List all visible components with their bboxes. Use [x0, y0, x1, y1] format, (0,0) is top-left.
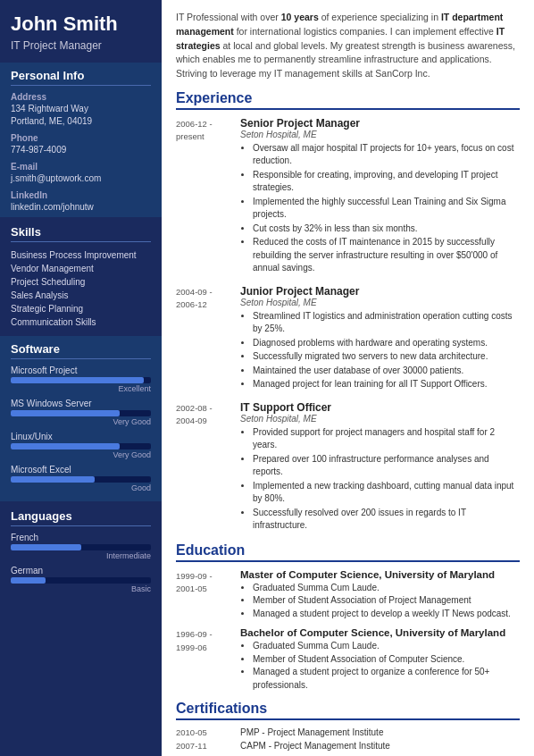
education-list: 1999-09 -2001-05Master of Computer Scien… — [176, 569, 520, 693]
software-bar-bg — [11, 377, 151, 383]
skill-item: Communication Skills — [11, 315, 151, 329]
exp-employer: Seton Hospital, ME — [240, 130, 520, 139]
software-bar-fill — [11, 410, 120, 416]
software-bar-fill — [11, 377, 144, 383]
cert-date: 2010-05 — [176, 727, 240, 737]
exp-bullet: Successfully migrated two servers to new… — [253, 350, 520, 364]
software-rating: Very Good — [11, 450, 151, 459]
exp-bullet: Managed project for lean training for al… — [253, 378, 520, 391]
experience-list: 2006-12 -presentSenior Project ManagerSe… — [176, 117, 520, 533]
exp-bullet: Cut costs by 32% in less than six months… — [253, 223, 520, 236]
edu-bullet: Managed a student project to organize a … — [253, 666, 520, 692]
personal-info-section: Personal Info Address 134 Rightward WayP… — [0, 63, 162, 217]
software-name: Linux/Unix — [11, 432, 151, 441]
software-rating: Excellent — [11, 384, 151, 393]
software-item: Microsoft ExcelGood — [11, 465, 151, 492]
software-rating: Good — [11, 483, 151, 492]
software-bar-bg — [11, 410, 151, 416]
exp-content: IT Support OfficerSeton Hospital, MEProv… — [240, 401, 520, 533]
candidate-title: IT Project Manager — [11, 39, 151, 52]
edu-bullets: Graduated Summa Cum Laude.Member of Stud… — [240, 582, 520, 621]
exp-bullet: Provided support for project managers an… — [253, 426, 520, 452]
software-item: Linux/UnixVery Good — [11, 432, 151, 459]
sidebar: John Smith IT Project Manager Personal I… — [0, 0, 162, 756]
address-label: Address — [11, 92, 151, 102]
skill-item: Business Process Improvement — [11, 248, 151, 262]
edu-bullet: Member of Student Association of Project… — [253, 594, 520, 608]
software-title: Software — [11, 342, 151, 359]
language-item: GermanBasic — [11, 566, 151, 593]
exp-bullet: Streamlined IT logistics and administrat… — [253, 310, 520, 336]
software-name: Microsoft Project — [11, 365, 151, 375]
edu-content: Master of Computer Science, University o… — [240, 569, 520, 621]
language-bar-fill — [11, 544, 81, 550]
edu-bullet: Member of Student Association of Compute… — [253, 653, 520, 667]
exp-bullet: Diagnosed problems with hardware and ope… — [253, 337, 520, 350]
language-rating: Intermediate — [11, 551, 151, 560]
language-name: French — [11, 533, 151, 542]
software-bar-fill — [11, 476, 95, 483]
phone-label: Phone — [11, 133, 151, 143]
languages-list: FrenchIntermediateGermanBasic — [11, 533, 151, 593]
exp-bullets: Provided support for project managers an… — [240, 426, 520, 533]
edu-date: 1996-09 -1999-06 — [176, 627, 240, 692]
exp-job-title: IT Support Officer — [240, 401, 520, 414]
skills-title: Skills — [11, 225, 151, 242]
edu-degree: Bachelor of Computer Science, University… — [240, 627, 520, 638]
exp-bullets: Oversaw all major hospital IT projects f… — [240, 142, 520, 275]
cert-text: PMP - Project Management Institute — [240, 727, 520, 737]
language-rating: Basic — [11, 584, 151, 593]
cert-date: 2007-11 — [176, 741, 240, 751]
language-item: FrenchIntermediate — [11, 533, 151, 560]
candidate-name: John Smith — [11, 13, 151, 36]
skill-item: Strategic Planning — [11, 302, 151, 315]
linkedin-label: LinkedIn — [11, 190, 151, 200]
language-name: German — [11, 566, 151, 575]
edu-bullets: Graduated Summa Cum Laude.Member of Stud… — [240, 640, 520, 692]
language-bar-bg — [11, 577, 151, 584]
skills-section: Skills Business Process ImprovementVendo… — [0, 219, 162, 334]
summary: IT Professional with over 10 years of ex… — [176, 11, 520, 81]
languages-section: Languages FrenchIntermediateGermanBasic — [0, 503, 162, 602]
software-name: Microsoft Excel — [11, 465, 151, 475]
edu-bullet: Graduated Summa Cum Laude. — [253, 582, 520, 595]
linkedin-value: linkedin.com/johnutw — [11, 201, 151, 214]
exp-job-title: Junior Project Manager — [240, 285, 520, 298]
address-value: 134 Rightward WayPortland, ME, 04019 — [11, 103, 151, 128]
software-item: Microsoft ProjectExcellent — [11, 365, 151, 393]
exp-employer: Seton Hospital, ME — [240, 414, 520, 424]
experience-item: 2002-08 -2004-09IT Support OfficerSeton … — [176, 401, 520, 533]
skill-item: Project Scheduling — [11, 275, 151, 289]
exp-bullet: Implemented the highly successful Lean T… — [253, 196, 520, 222]
language-bar-bg — [11, 544, 151, 550]
experience-heading: Experience — [176, 90, 520, 110]
exp-date: 2004-09 -2006-12 — [176, 285, 240, 392]
edu-bullet: Managed a student project to develop a w… — [253, 608, 520, 621]
software-bar-bg — [11, 443, 151, 449]
software-item: MS Windows ServerVery Good — [11, 399, 151, 426]
exp-bullet: Oversaw all major hospital IT projects f… — [253, 142, 520, 168]
certifications-heading: Certifications — [176, 701, 520, 720]
language-bar-fill — [11, 577, 46, 584]
education-item: 1996-09 -1999-06Bachelor of Computer Sci… — [176, 627, 520, 692]
certification-item: 2007-11CAPM - Project Management Institu… — [176, 741, 520, 751]
exp-bullet: Implemented a new tracking dashboard, cu… — [253, 480, 520, 506]
education-item: 1999-09 -2001-05Master of Computer Scien… — [176, 569, 520, 621]
edu-bullet: Graduated Summa Cum Laude. — [253, 640, 520, 653]
edu-date: 1999-09 -2001-05 — [176, 569, 240, 621]
software-name: MS Windows Server — [11, 399, 151, 408]
exp-bullet: Maintained the user database of over 300… — [253, 365, 520, 378]
sidebar-header: John Smith IT Project Manager — [0, 0, 162, 61]
exp-bullets: Streamlined IT logistics and administrat… — [240, 310, 520, 391]
software-bar-fill — [11, 443, 120, 449]
exp-bullet: Successfully resolved over 200 issues in… — [253, 507, 520, 533]
main-content: IT Professional with over 10 years of ex… — [162, 0, 534, 756]
exp-content: Junior Project ManagerSeton Hospital, ME… — [240, 285, 520, 392]
email-label: E-mail — [11, 162, 151, 172]
education-heading: Education — [176, 542, 520, 562]
skill-item: Sales Analysis — [11, 289, 151, 302]
edu-content: Bachelor of Computer Science, University… — [240, 627, 520, 692]
email-value: j.smith@uptowork.com — [11, 172, 151, 185]
skills-list: Business Process ImprovementVendor Manag… — [11, 248, 151, 329]
exp-content: Senior Project ManagerSeton Hospital, ME… — [240, 117, 520, 276]
